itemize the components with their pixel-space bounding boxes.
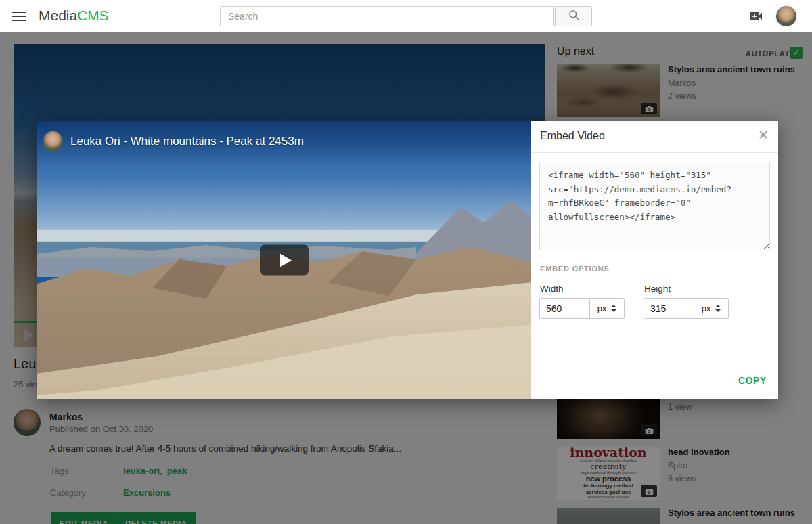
divider [531,152,778,153]
embed-preview-player[interactable]: Leuka Ori - White mountains - Peak at 24… [37,121,531,399]
height-unit-value: px [702,303,711,313]
big-play-button[interactable] [260,245,309,276]
preview-author-avatar[interactable] [43,131,63,152]
spinner-arrows-icon [715,305,721,312]
embed-options-label: EMBED OPTIONS [540,265,610,273]
logo-text-media: Media [39,7,77,23]
divider [531,368,778,368]
embed-video-modal: Leuka Ori - White mountains - Peak at 24… [37,121,778,399]
play-icon [280,253,292,267]
height-input[interactable] [644,298,695,319]
embed-code-textarea[interactable]: <iframe width="560" height="315" src="ht… [539,162,770,250]
width-label: Width [540,284,564,294]
search-icon [568,9,580,24]
width-unit-value: px [597,303,607,313]
height-unit-select[interactable]: px [694,298,729,319]
width-input[interactable] [539,298,591,319]
width-unit-select[interactable]: px [589,298,625,319]
embed-options-panel: Embed Video ✕ <iframe width="560" height… [531,121,778,399]
search-button[interactable] [555,6,592,26]
copy-button[interactable]: COPY [738,375,767,386]
menu-icon[interactable] [12,12,26,21]
video-upload-icon [747,15,765,26]
logo-text-cms: CMS [77,7,109,23]
search-input[interactable] [220,6,554,26]
top-bar: MediaCMS [0,0,812,32]
height-label: Height [644,284,671,294]
user-avatar[interactable] [776,6,796,26]
mediacms-app: MediaCMS Leuka Ori - White mountains - P… [0,0,812,524]
spinner-arrows-icon [611,305,616,312]
close-icon[interactable]: ✕ [758,128,769,143]
logo[interactable]: MediaCMS [39,7,109,24]
modal-title: Embed Video [540,130,605,142]
preview-video-title[interactable]: Leuka Ori - White mountains - Peak at 24… [70,135,304,148]
upload-media-button[interactable] [747,8,766,24]
